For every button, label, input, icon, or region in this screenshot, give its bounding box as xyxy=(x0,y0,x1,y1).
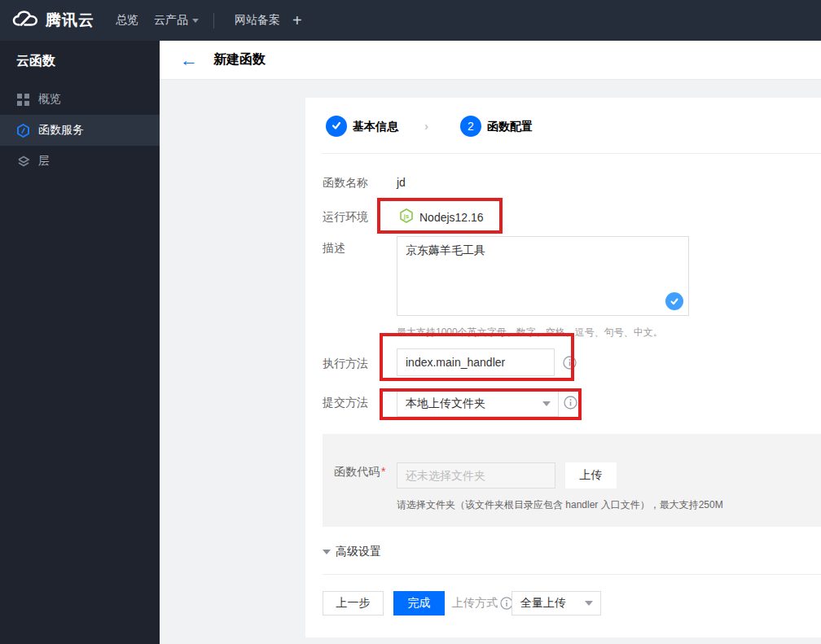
function-name-label: 函数名称 xyxy=(323,176,368,191)
triangle-down-icon xyxy=(323,550,331,554)
upload-mode-select[interactable]: 全量上传 xyxy=(511,591,601,616)
upload-mode-value: 全量上传 xyxy=(512,596,585,611)
description-field-wrap: 京东薅羊毛工具 xyxy=(397,236,689,316)
create-function-card: 基本信息 › 2 函数配置 函数名称 jd 运行环境 js Nodejs12.1… xyxy=(305,98,821,637)
submit-method-value: 本地上传文件夹 xyxy=(397,396,542,411)
chevron-down-icon xyxy=(585,601,593,606)
top-navbar: 腾讯云 总览 云产品 网站备案 + xyxy=(0,0,821,41)
runtime-label: 运行环境 xyxy=(323,210,368,225)
function-name-value: jd xyxy=(397,176,406,189)
nav-divider xyxy=(213,13,214,28)
sidebar-title: 云函数 xyxy=(16,53,55,70)
function-code-label: 函数代码* xyxy=(334,465,385,480)
chevron-down-icon xyxy=(192,19,199,23)
handler-info-icon[interactable] xyxy=(563,356,577,370)
previous-step-button[interactable]: 上一步 xyxy=(323,591,384,616)
sidebar-item-label: 函数服务 xyxy=(38,123,84,138)
submit-method-info-icon[interactable] xyxy=(564,396,577,410)
submit-method-label: 提交方法 xyxy=(323,396,368,410)
function-code-helper: 请选择文件夹（该文件夹根目录应包含 handler 入口文件），最大支持250M xyxy=(397,498,723,512)
submit-method-select[interactable]: 本地上传文件夹 xyxy=(397,390,559,417)
handler-label: 执行方法 xyxy=(323,357,368,371)
cloud-logo-icon xyxy=(11,10,39,31)
function-hexagon-icon xyxy=(16,124,30,138)
add-tab-button[interactable]: + xyxy=(292,0,302,41)
upload-mode-label-row: 上传方式 xyxy=(452,596,513,611)
svg-text:js: js xyxy=(403,212,409,220)
step2-label: 函数配置 xyxy=(487,120,533,134)
runtime-value: Nodejs12.16 xyxy=(419,211,484,224)
page-title: 新建函数 xyxy=(213,51,266,68)
description-label: 描述 xyxy=(323,241,345,256)
handler-input[interactable] xyxy=(397,348,555,376)
grid-icon xyxy=(16,93,30,107)
divider xyxy=(323,574,821,575)
valid-check-badge xyxy=(665,292,683,310)
sidebar-item-label: 层 xyxy=(38,154,50,169)
required-asterisk: * xyxy=(381,465,385,478)
step1-label: 基本信息 xyxy=(353,120,398,134)
advanced-settings-label: 高级设置 xyxy=(336,545,381,559)
page-header: ← 新建函数 xyxy=(160,41,821,80)
step2-circle: 2 xyxy=(460,116,481,137)
description-helper: 最大支持1000个英文字母、数字、空格、逗号、句号、中文。 xyxy=(397,326,663,340)
sidebar: 云函数 概览 函数服务 层 xyxy=(0,41,160,644)
chevron-right-icon: › xyxy=(424,119,428,133)
sidebar-item-function-service[interactable]: 函数服务 xyxy=(0,115,160,146)
tencent-cloud-logo[interactable]: 腾讯云 xyxy=(11,0,94,41)
divider xyxy=(322,153,821,154)
nav-cloud-products[interactable]: 云产品 xyxy=(154,0,199,41)
description-textarea[interactable]: 京东薅羊毛工具 xyxy=(397,237,688,315)
sidebar-item-overview[interactable]: 概览 xyxy=(0,84,160,115)
finish-button[interactable]: 完成 xyxy=(393,591,445,616)
check-icon xyxy=(331,120,342,134)
runtime-value-row: js Nodejs12.16 xyxy=(399,208,484,226)
step1-done-circle xyxy=(326,116,347,137)
sidebar-item-label: 概览 xyxy=(38,92,61,107)
nav-overview[interactable]: 总览 xyxy=(116,0,138,41)
brand-name: 腾讯云 xyxy=(46,10,94,31)
nodejs-icon: js xyxy=(399,208,414,226)
chevron-down-icon xyxy=(542,401,551,406)
sidebar-item-layers[interactable]: 层 xyxy=(0,146,160,177)
layers-icon xyxy=(16,155,30,169)
upload-button[interactable]: 上传 xyxy=(565,462,617,488)
advanced-settings-toggle[interactable]: 高级设置 xyxy=(323,545,381,559)
nav-icp-record[interactable]: 网站备案 xyxy=(235,0,280,41)
back-button[interactable]: ← xyxy=(178,49,200,72)
folder-path-input[interactable] xyxy=(397,462,555,488)
